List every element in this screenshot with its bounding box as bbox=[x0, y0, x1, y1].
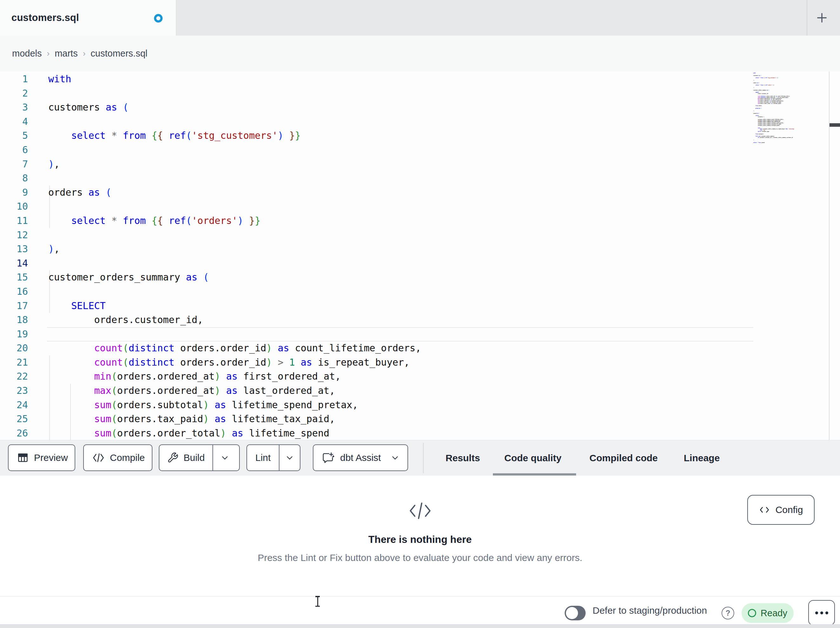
build-button[interactable]: Build bbox=[159, 445, 212, 470]
code-line[interactable]: 2 bbox=[0, 86, 753, 101]
line-number: 17 bbox=[0, 299, 28, 313]
empty-state-title: There is nothing here bbox=[0, 534, 840, 546]
dbt-ide-window: customers.sql models › marts › customers… bbox=[0, 0, 840, 628]
code-text: customer_orders_summary as ( bbox=[48, 270, 209, 285]
line-number: 14 bbox=[0, 256, 28, 270]
code-line[interactable]: 12 bbox=[0, 228, 753, 242]
code-line[interactable]: 18 orders.customer_id, bbox=[0, 313, 753, 327]
code-line[interactable]: 6 bbox=[0, 143, 753, 157]
code-line[interactable]: 19 bbox=[0, 327, 753, 342]
line-number: 20 bbox=[0, 341, 28, 356]
wrench-icon bbox=[167, 452, 178, 463]
code-line[interactable]: 4 bbox=[0, 115, 753, 129]
status-badge: Ready bbox=[742, 603, 794, 623]
plus-icon bbox=[815, 11, 829, 25]
line-number: 6 bbox=[0, 143, 28, 157]
code-line[interactable]: 3customers as ( bbox=[0, 100, 753, 115]
unsaved-changes-indicator bbox=[154, 14, 163, 22]
code-line[interactable]: 15customer_orders_summary as ( bbox=[0, 270, 753, 285]
empty-state: There is nothing here Press the Lint or … bbox=[0, 476, 840, 563]
code-line[interactable]: 14 bbox=[0, 256, 753, 270]
editor-minimap[interactable]: with customers as ( select * from {{ ref… bbox=[753, 73, 829, 440]
code-line[interactable]: 24 sum(orders.subtotal) as lifetime_spen… bbox=[0, 398, 753, 412]
help-icon[interactable]: ? bbox=[722, 607, 734, 619]
tab-results[interactable]: Results bbox=[445, 440, 480, 476]
toolbar-tabs-divider bbox=[423, 443, 424, 473]
code-text: max(orders.ordered_at) as last_ordered_a… bbox=[48, 384, 335, 398]
line-number: 12 bbox=[0, 228, 28, 242]
line-number: 11 bbox=[0, 214, 28, 228]
code-line[interactable]: 10 bbox=[0, 199, 753, 214]
line-number: 5 bbox=[0, 129, 28, 143]
build-label: Build bbox=[183, 452, 205, 463]
chevron-down-icon bbox=[286, 454, 294, 462]
code-line[interactable]: 25 sum(orders.tax_paid) as lifetime_tax_… bbox=[0, 412, 753, 426]
code-line[interactable]: 8 bbox=[0, 171, 753, 185]
code-line[interactable]: 21 count(distinct orders.order_id) > 1 a… bbox=[0, 356, 753, 370]
breadcrumb: models › marts › customers.sql bbox=[12, 36, 147, 71]
chevron-down-icon bbox=[391, 454, 399, 462]
ready-label: Ready bbox=[761, 608, 787, 619]
code-text: select * from {{ ref('orders') }} bbox=[48, 214, 261, 228]
scrollbar-cursor-marker[interactable] bbox=[829, 123, 840, 127]
lint-button[interactable]: Lint bbox=[247, 445, 279, 470]
code-line[interactable]: 22 min(orders.ordered_at) as first_order… bbox=[0, 369, 753, 384]
status-bar: Defer to staging/production ? Ready bbox=[0, 596, 840, 625]
code-line[interactable]: 17 SELECT bbox=[0, 299, 753, 313]
breadcrumb-models[interactable]: models bbox=[12, 48, 42, 59]
build-split-button: Build bbox=[159, 445, 240, 471]
line-number: 19 bbox=[0, 327, 28, 342]
defer-toggle[interactable] bbox=[565, 606, 586, 620]
minimap-divider bbox=[829, 71, 829, 440]
breadcrumb-separator: › bbox=[83, 49, 86, 59]
code-line[interactable]: 16 bbox=[0, 285, 753, 299]
code-lines: 1with23customers as (45 select * from {{… bbox=[0, 72, 753, 440]
code-text: orders.customer_id, bbox=[48, 313, 203, 327]
window-bottom-edge bbox=[0, 624, 840, 628]
line-number: 22 bbox=[0, 369, 28, 384]
code-line[interactable]: 13), bbox=[0, 242, 753, 256]
assist-dropdown-chevron[interactable] bbox=[391, 454, 399, 462]
more-options-button[interactable] bbox=[808, 600, 835, 625]
code-line[interactable]: 26 sum(orders.order_total) as lifetime_s… bbox=[0, 426, 753, 440]
code-text: sum(orders.subtotal) as lifetime_spend_p… bbox=[48, 398, 358, 412]
tab-compiled-code[interactable]: Compiled code bbox=[589, 440, 658, 476]
lint-dropdown-button[interactable] bbox=[279, 445, 300, 470]
line-number: 24 bbox=[0, 398, 28, 412]
preview-button[interactable]: Preview bbox=[8, 445, 75, 471]
line-number: 8 bbox=[0, 171, 28, 185]
code-line[interactable]: 20 count(distinct orders.order_id) as co… bbox=[0, 341, 753, 356]
breadcrumb-marts[interactable]: marts bbox=[55, 48, 78, 59]
code-text: min(orders.ordered_at) as first_ordered_… bbox=[48, 369, 341, 384]
tab-strip-divider bbox=[807, 0, 807, 36]
code-line[interactable]: 7), bbox=[0, 157, 753, 172]
line-number: 18 bbox=[0, 313, 28, 327]
breadcrumb-file[interactable]: customers.sql bbox=[90, 48, 147, 59]
line-number: 25 bbox=[0, 412, 28, 426]
code-line[interactable]: 5 select * from {{ ref('stg_customers') … bbox=[0, 129, 753, 143]
minimap-content: with customers as ( select * from {{ ref… bbox=[753, 73, 775, 143]
code-line[interactable]: 9orders as ( bbox=[0, 185, 753, 200]
compile-label: Compile bbox=[110, 452, 145, 463]
code-line[interactable]: 23 max(orders.ordered_at) as last_ordere… bbox=[0, 384, 753, 398]
editor-tab-strip: customers.sql bbox=[0, 0, 840, 36]
new-tab-button[interactable] bbox=[813, 9, 831, 26]
ibeam-mouse-cursor bbox=[315, 596, 320, 607]
build-dropdown-button[interactable] bbox=[213, 445, 237, 470]
lint-split-button: Lint bbox=[246, 445, 300, 471]
editor-tab-customers-sql[interactable]: customers.sql bbox=[0, 0, 176, 36]
code-line[interactable]: 1with bbox=[0, 72, 753, 86]
tab-lineage[interactable]: Lineage bbox=[684, 440, 720, 476]
line-number: 9 bbox=[0, 185, 28, 200]
code-editor[interactable]: 1with23customers as (45 select * from {{… bbox=[0, 71, 840, 440]
line-number: 2 bbox=[0, 86, 28, 101]
dbt-assist-button[interactable]: dbt Assist bbox=[313, 445, 408, 471]
compile-button[interactable]: Compile bbox=[83, 445, 152, 471]
tab-code-quality[interactable]: Code quality bbox=[504, 440, 562, 476]
preview-label: Preview bbox=[34, 452, 68, 463]
code-slash-icon bbox=[0, 499, 840, 524]
line-number: 13 bbox=[0, 242, 28, 256]
code-text: ), bbox=[48, 242, 60, 256]
code-text: count(distinct orders.order_id) as count… bbox=[48, 341, 421, 356]
code-line[interactable]: 11 select * from {{ ref('orders') }} bbox=[0, 214, 753, 228]
